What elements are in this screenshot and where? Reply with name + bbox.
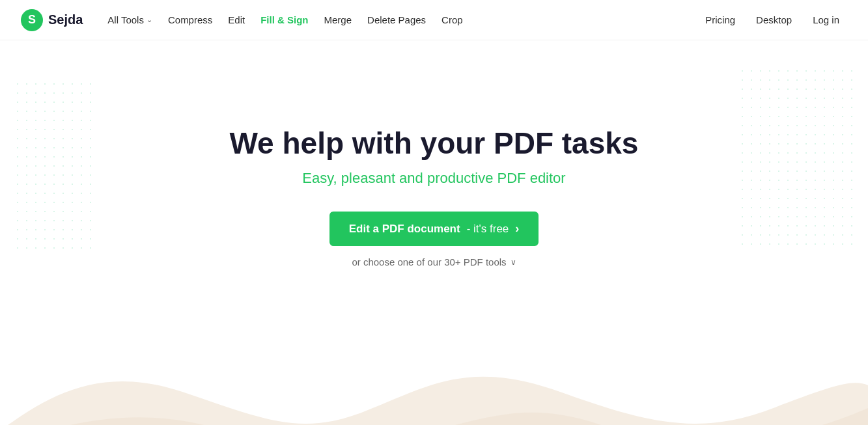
wave-decoration <box>0 327 868 425</box>
dots-left-decoration <box>13 79 98 249</box>
hero-subtitle: Easy, pleasant and productive PDF editor <box>302 170 565 187</box>
nav-pricing[interactable]: Pricing <box>697 9 743 31</box>
nav-fill-sign[interactable]: Fill & Sign <box>254 9 315 31</box>
tools-chevron-icon: ∨ <box>511 258 516 267</box>
hero-title: We help with your PDF tasks <box>230 126 639 161</box>
nav-main-links: All Tools ⌄ Compress Edit Fill & Sign Me… <box>101 9 697 31</box>
logo-text: Sejda <box>48 12 83 27</box>
main-nav: S Sejda All Tools ⌄ Compress Edit Fill &… <box>0 0 868 40</box>
logo-link[interactable]: S Sejda <box>21 9 83 31</box>
chevron-right-icon: › <box>515 222 519 236</box>
tools-link[interactable]: or choose one of our 30+ PDF tools ∨ <box>352 256 516 267</box>
nav-right-links: Pricing Desktop Log in <box>697 9 847 31</box>
cta-sub-text: - it's free <box>467 223 509 236</box>
dots-right-decoration <box>738 66 855 249</box>
nav-compress[interactable]: Compress <box>161 9 219 31</box>
cta-main-text: Edit a PDF document <box>349 223 460 236</box>
chevron-down-icon: ⌄ <box>147 16 152 24</box>
hero-section: We help with your PDF tasks Easy, pleasa… <box>0 40 868 314</box>
nav-delete-pages[interactable]: Delete Pages <box>361 9 432 31</box>
logo-icon: S <box>21 9 43 31</box>
nav-desktop[interactable]: Desktop <box>748 9 800 31</box>
nav-login[interactable]: Log in <box>805 9 847 31</box>
wave-svg <box>0 327 868 425</box>
nav-crop[interactable]: Crop <box>435 9 469 31</box>
nav-edit[interactable]: Edit <box>221 9 251 31</box>
nav-all-tools[interactable]: All Tools ⌄ <box>101 9 159 31</box>
edit-pdf-cta-button[interactable]: Edit a PDF document - it's free › <box>329 212 539 246</box>
nav-merge[interactable]: Merge <box>318 9 359 31</box>
